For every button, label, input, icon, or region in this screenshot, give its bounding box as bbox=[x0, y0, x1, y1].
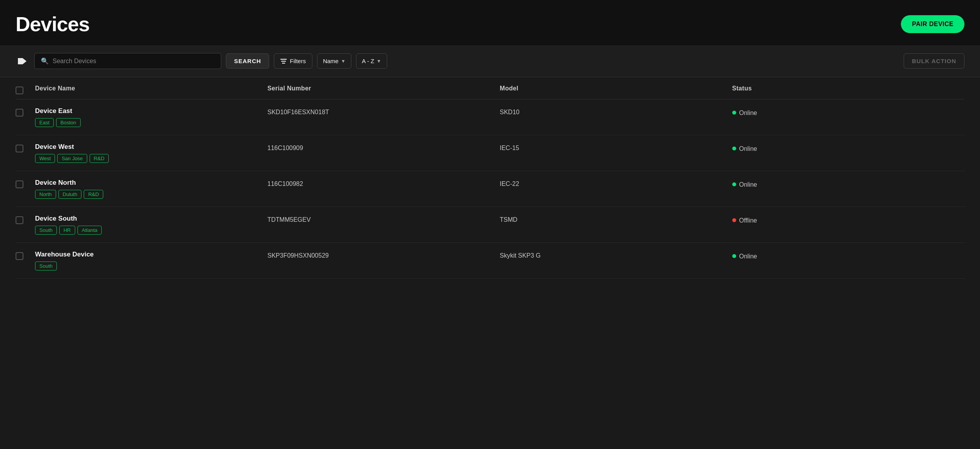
table-header: Device Name Serial Number Model Status bbox=[16, 77, 964, 99]
row-checkbox[interactable] bbox=[16, 252, 23, 260]
tag: Boston bbox=[56, 118, 80, 127]
device-model: IEC-15 bbox=[500, 143, 732, 152]
tag: East bbox=[35, 118, 54, 127]
table-row: Device East EastBoston SKD10F16ESXN018T … bbox=[16, 99, 964, 135]
status-dot bbox=[732, 111, 736, 115]
sort-order-label: A - Z bbox=[362, 58, 374, 64]
select-all-checkbox[interactable] bbox=[16, 87, 23, 94]
device-name: Device South bbox=[35, 215, 268, 223]
filters-label: Filters bbox=[290, 58, 306, 64]
device-tags: SouthHRAtlanta bbox=[35, 226, 268, 235]
pair-device-button[interactable]: PAIR DEVICE bbox=[901, 15, 964, 33]
search-container: 🔍 bbox=[34, 53, 221, 69]
tag: San Jose bbox=[57, 154, 87, 163]
row-checkbox-cell[interactable] bbox=[16, 215, 35, 224]
col-header-status: Status bbox=[732, 85, 965, 94]
device-status: Online bbox=[732, 179, 965, 188]
status-dot bbox=[732, 254, 736, 258]
device-name-cell: Device North NorthDuluthR&D bbox=[35, 179, 268, 199]
page-header: Devices PAIR DEVICE bbox=[0, 0, 980, 45]
device-name: Device West bbox=[35, 143, 268, 151]
device-model: SKD10 bbox=[500, 107, 732, 116]
search-icon: 🔍 bbox=[41, 57, 49, 65]
table-body: Device East EastBoston SKD10F16ESXN018T … bbox=[16, 99, 964, 279]
status-text: Offline bbox=[739, 217, 757, 224]
col-header-name: Device Name bbox=[35, 85, 268, 94]
tag: HR bbox=[59, 226, 75, 235]
tag: Duluth bbox=[58, 190, 82, 199]
select-all-cell[interactable] bbox=[16, 85, 35, 94]
sort-order-button[interactable]: A - Z ▼ bbox=[356, 53, 387, 69]
row-checkbox-cell[interactable] bbox=[16, 107, 35, 117]
status-text: Online bbox=[739, 145, 757, 152]
device-status: Online bbox=[732, 107, 965, 117]
tag: South bbox=[35, 226, 57, 235]
device-model: IEC-22 bbox=[500, 179, 732, 187]
device-name-cell: Device West WestSan JoseR&D bbox=[35, 143, 268, 163]
row-checkbox[interactable] bbox=[16, 145, 23, 152]
serial-number: 116C100982 bbox=[268, 179, 500, 187]
status-dot bbox=[732, 218, 736, 222]
tag: R&D bbox=[90, 154, 109, 163]
row-checkbox[interactable] bbox=[16, 180, 23, 188]
device-name-cell: Device East EastBoston bbox=[35, 107, 268, 127]
search-button[interactable]: SEARCH bbox=[226, 53, 269, 69]
serial-number: SKP3F09HSXN00529 bbox=[268, 251, 500, 259]
device-status: Offline bbox=[732, 215, 965, 224]
device-tags: EastBoston bbox=[35, 118, 268, 127]
device-name: Device East bbox=[35, 107, 268, 115]
row-checkbox[interactable] bbox=[16, 109, 23, 117]
serial-number: TDTMM5EGEV bbox=[268, 215, 500, 223]
status-text: Online bbox=[739, 110, 757, 117]
status-text: Online bbox=[739, 253, 757, 260]
col-header-serial: Serial Number bbox=[268, 85, 500, 94]
row-checkbox-cell[interactable] bbox=[16, 179, 35, 188]
row-checkbox[interactable] bbox=[16, 216, 23, 224]
status-dot bbox=[732, 147, 736, 150]
bulk-action-button[interactable]: BULK ACTION bbox=[904, 53, 964, 69]
chevron-down-icon: ▼ bbox=[377, 58, 381, 64]
status-dot bbox=[732, 182, 736, 186]
device-status: Online bbox=[732, 251, 965, 260]
row-checkbox-cell[interactable] bbox=[16, 251, 35, 260]
device-name-cell: Device South SouthHRAtlanta bbox=[35, 215, 268, 235]
row-checkbox-cell[interactable] bbox=[16, 143, 35, 152]
table-row: Device West WestSan JoseR&D 116C100909 I… bbox=[16, 135, 964, 171]
tag: North bbox=[35, 190, 56, 199]
tag-icon bbox=[16, 54, 30, 68]
toolbar: 🔍 SEARCH Filters Name ▼ A - Z ▼ BULK ACT… bbox=[0, 45, 980, 77]
tag: R&D bbox=[84, 190, 103, 199]
device-model: Skykit SKP3 G bbox=[500, 251, 732, 259]
sort-name-button[interactable]: Name ▼ bbox=[317, 53, 351, 69]
search-input[interactable] bbox=[53, 58, 215, 65]
tag: Atlanta bbox=[78, 226, 102, 235]
device-tags: South bbox=[35, 262, 268, 270]
col-header-model: Model bbox=[500, 85, 732, 94]
device-name: Warehouse Device bbox=[35, 251, 268, 258]
filters-button[interactable]: Filters bbox=[274, 53, 312, 69]
page-title: Devices bbox=[16, 12, 90, 36]
table-row: Warehouse Device South SKP3F09HSXN00529 … bbox=[16, 243, 964, 279]
device-tags: WestSan JoseR&D bbox=[35, 154, 268, 163]
device-model: TSMD bbox=[500, 215, 732, 223]
device-tags: NorthDuluthR&D bbox=[35, 190, 268, 199]
table-row: Device North NorthDuluthR&D 116C100982 I… bbox=[16, 171, 964, 207]
table-row: Device South SouthHRAtlanta TDTMM5EGEV T… bbox=[16, 207, 964, 243]
device-status: Online bbox=[732, 143, 965, 152]
sort-name-label: Name bbox=[323, 58, 338, 64]
devices-table: Device Name Serial Number Model Status D… bbox=[0, 77, 980, 279]
device-name-cell: Warehouse Device South bbox=[35, 251, 268, 270]
serial-number: 116C100909 bbox=[268, 143, 500, 152]
tag: South bbox=[35, 262, 57, 270]
tag: West bbox=[35, 154, 55, 163]
serial-number: SKD10F16ESXN018T bbox=[268, 107, 500, 116]
device-name: Device North bbox=[35, 179, 268, 187]
chevron-down-icon: ▼ bbox=[341, 58, 345, 64]
status-text: Online bbox=[739, 181, 757, 188]
